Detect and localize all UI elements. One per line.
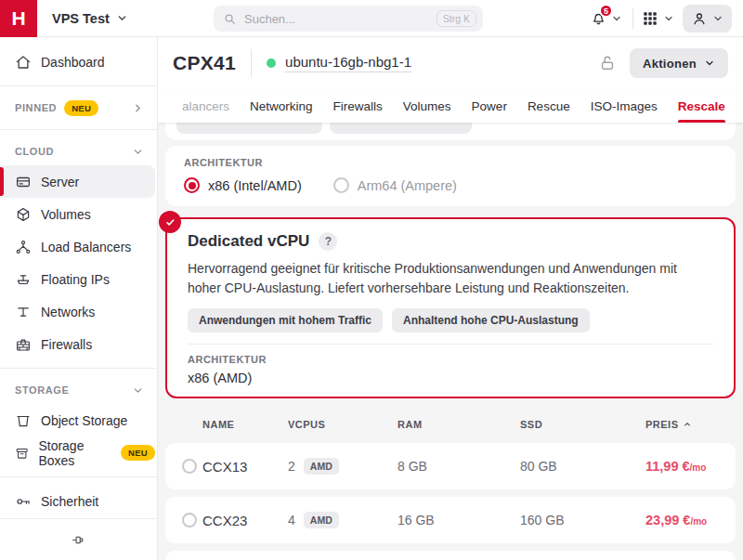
sidebar-item-load-balancers[interactable]: Load Balancers [0, 230, 155, 263]
archive-box-icon [15, 445, 29, 462]
sidebar-section-pinned[interactable]: PINNED NEU [0, 94, 157, 122]
hetzner-logo-letter: H [11, 7, 25, 30]
server-name-editable[interactable]: ubuntu-16gb-nbg1-1 [285, 54, 411, 72]
radio-unselected-icon [333, 177, 349, 193]
plan-row-ccx13[interactable]: CCX13 2 AMD 8 GB 80 GB 11,99 €/mo [165, 443, 736, 489]
column-header-ram[interactable]: RAM [398, 419, 520, 430]
actions-button-label: Aktionen [643, 57, 697, 71]
radio-label: Arm64 (Ampere) [358, 178, 457, 193]
sidebar-item-label: Networks [41, 305, 95, 319]
price-amount: 23,99 € [645, 513, 690, 527]
sidebar-item-dashboard[interactable]: Dashboard [0, 46, 155, 78]
plan-ssd: 80 GB [520, 459, 645, 474]
plan-radio-unselected-icon[interactable] [182, 513, 197, 527]
tab-iso-images[interactable]: ISO-Images [591, 89, 658, 123]
column-header-name[interactable]: NAME [202, 419, 288, 430]
plan-row-ccx23[interactable]: CCX23 4 AMD 16 GB 160 GB 23,99 €/mo [165, 497, 736, 543]
actions-button[interactable]: Aktionen [630, 48, 728, 78]
radio-label: x86 (Intel/AMD) [208, 178, 302, 193]
price-unit: /mo [690, 462, 707, 473]
main-content: CPX41 ubuntu-16gb-nbg1-1 Aktionen alance… [158, 37, 743, 560]
hetzner-logo[interactable]: H [0, 0, 37, 37]
sidebar-item-label: Load Balancers [41, 240, 131, 254]
firewall-icon [15, 336, 32, 353]
tab-power[interactable]: Power [472, 89, 507, 123]
sidebar-item-object-storage[interactable]: Object Storage [0, 404, 155, 436]
unlock-icon[interactable] [598, 54, 617, 72]
sidebar-item-label: Server [41, 175, 79, 189]
card-architecture-section: ARCHITEKTUR x86 (AMD) [188, 344, 713, 385]
sidebar-item-floating-ips[interactable]: Floating IPs [0, 263, 155, 295]
cropped-tag-pill [330, 123, 472, 134]
server-icon [15, 174, 32, 190]
architecture-value: x86 (AMD) [188, 371, 713, 385]
tab-rescale[interactable]: Rescale [678, 89, 725, 123]
column-header-vcpus[interactable]: VCPUS [288, 419, 398, 430]
apps-menu[interactable] [642, 10, 674, 27]
section-label: CLOUD [15, 146, 54, 157]
sidebar-item-volumes[interactable]: Volumes [0, 198, 155, 230]
tab-networking[interactable]: Networking [250, 89, 313, 123]
sidebar-item-server[interactable]: Server [0, 165, 155, 198]
notification-count-badge: 5 [599, 4, 613, 18]
tab-volumes[interactable]: Volumes [403, 89, 451, 123]
search-icon [223, 12, 237, 26]
sidebar-item-networks[interactable]: Networks [0, 295, 155, 328]
tab-load-balancers-partial[interactable]: alancers [182, 89, 229, 123]
sidebar-item-firewalls[interactable]: Firewalls [0, 328, 155, 360]
tab-firewalls[interactable]: Firewalls [333, 89, 383, 123]
sidebar-section-storage[interactable]: STORAGE [0, 376, 157, 404]
sidebar-divider [0, 129, 157, 130]
card-tags: Anwendungen mit hohem Traffic Anhaltend … [188, 308, 713, 332]
card-title: Dedicated vCPU [188, 232, 309, 251]
vcpus-count: 4 [288, 513, 295, 527]
search-input[interactable]: Suchen... Strg K [214, 6, 483, 32]
dedicated-vcpu-card[interactable]: Dedicated vCPU ? Hervorragend geeignet f… [165, 217, 736, 398]
notifications-menu[interactable]: 5 [590, 9, 624, 27]
architecture-options: x86 (Intel/AMD) Arm64 (Ampere) [184, 177, 717, 193]
radio-arm64-ampere[interactable]: Arm64 (Ampere) [333, 177, 457, 193]
sidebar-item-sicherheit[interactable]: Sicherheit [0, 485, 155, 517]
user-menu[interactable] [683, 5, 732, 33]
radio-x86-intel-amd[interactable]: x86 (Intel/AMD) [184, 177, 302, 193]
plan-name: CCX13 [202, 459, 288, 475]
server-type-title: CPX41 [173, 52, 236, 74]
sidebar-item-label: Sicherheit [41, 494, 98, 509]
chevron-down-icon [132, 146, 144, 158]
plan-vcpus: 4 AMD [288, 512, 398, 528]
sidebar-section-cloud[interactable]: CLOUD [0, 137, 157, 165]
rescale-scroll-area[interactable]: ARCHITEKTUR x86 (Intel/AMD) Arm64 (Amper… [158, 123, 743, 560]
neu-badge: NEU [121, 445, 155, 461]
section-label: STORAGE [15, 384, 69, 396]
cropped-tag-pill [176, 123, 322, 134]
project-name: VPS Test [52, 11, 110, 26]
network-icon [15, 304, 32, 320]
sidebar: Dashboard PINNED NEU CLOUD Server Volume… [0, 37, 158, 560]
plan-price: 11,99 €/mo [645, 459, 719, 474]
card-title-row: Dedicated vCPU ? [188, 232, 713, 251]
page-header: CPX41 ubuntu-16gb-nbg1-1 Aktionen [158, 37, 743, 89]
sidebar-collapse-control[interactable] [0, 518, 157, 560]
project-switcher[interactable]: VPS Test [52, 11, 128, 26]
architecture-label: ARCHITEKTUR [188, 354, 713, 365]
section-label: PINNED [15, 102, 57, 113]
vcpus-count: 2 [288, 459, 295, 474]
tab-rescue[interactable]: Rescue [528, 89, 570, 123]
chevron-down-icon [712, 13, 723, 24]
header-divider [251, 49, 252, 77]
sidebar-item-label: Storage Boxes [38, 438, 111, 468]
plan-row-partial [165, 551, 736, 560]
chevron-down-icon [116, 12, 128, 24]
help-icon[interactable]: ? [319, 232, 337, 251]
column-header-ssd[interactable]: SSD [520, 419, 645, 430]
topbar: H VPS Test Suchen... Strg K 5 [0, 0, 743, 37]
sidebar-item-label: Firewalls [41, 337, 92, 352]
neu-badge: NEU [64, 100, 98, 116]
chevron-down-icon [611, 13, 622, 24]
column-header-preis[interactable]: PREIS [645, 419, 719, 430]
sidebar-item-storage-boxes[interactable]: Storage Boxes NEU [0, 436, 155, 469]
plan-radio-unselected-icon[interactable] [182, 459, 197, 474]
load-balancer-icon [15, 239, 32, 255]
cpu-vendor-badge: AMD [304, 458, 339, 475]
hetzner-cloud-console: H VPS Test Suchen... Strg K 5 [0, 0, 743, 560]
